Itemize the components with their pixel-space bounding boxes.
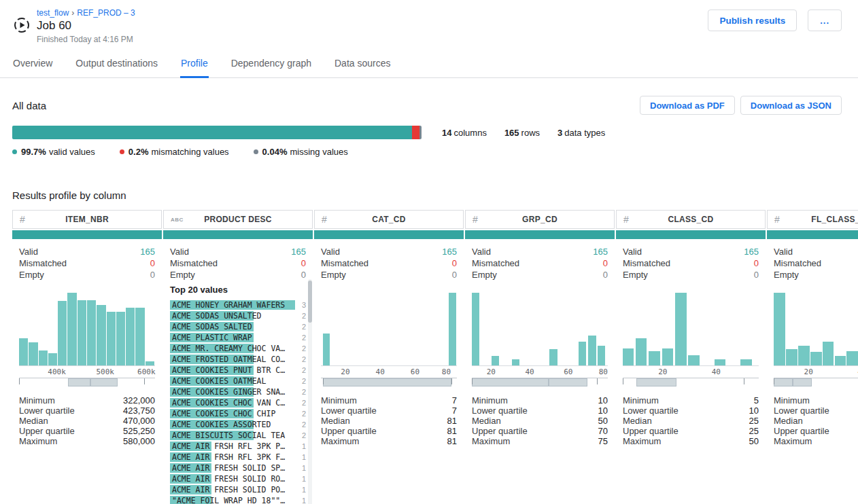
stat-label: Maximum [321,436,359,446]
histogram-bar [97,305,105,365]
tab-dependency-graph[interactable]: Dependency graph [230,54,312,78]
stat-label: Median [623,416,652,426]
valid-count-row: Valid165 [472,246,608,257]
histogram-bar [58,301,67,365]
stat-row-median: Median25 [623,416,759,426]
mismatched-count-row: Mismatched0 [623,257,759,269]
valid-ratio-bar [12,230,162,239]
brush-handle[interactable] [144,378,145,384]
scrollbar-thumb[interactable] [308,281,312,323]
valid-label: Valid [774,246,793,257]
brush-selection[interactable] [549,378,587,386]
empty-label: Empty [321,269,346,281]
brush-handle[interactable] [19,378,20,384]
brush-handle[interactable] [451,378,452,384]
stat-label: Minimum [321,395,357,406]
tab-data-sources[interactable]: Data sources [334,54,391,78]
stat-row-maximum: Maximum81 [321,436,457,446]
mismatching-values-segment [412,126,419,139]
stat-label: Median [321,416,350,426]
profile-card-class-cd: #CLASS_CDValid165Mismatched0Empty02040Mi… [616,210,766,446]
axis-tick-label: 20 [658,367,667,376]
tab-output-destinations[interactable]: Output destinations [75,54,158,78]
value-count: 2 [295,312,306,320]
stat-label: Minimum [623,395,659,406]
stat-value: 81 [447,436,457,446]
range-brush[interactable] [472,378,608,387]
value-text: ACME HONEY GRAHAM WAFERS [170,300,295,310]
brush-handle[interactable] [744,378,744,384]
histogram-bar [549,349,557,365]
stat-row-minimum: Minimum5 [623,395,759,406]
brush-selection[interactable] [90,378,117,386]
axis-tick-label: 60 [564,367,572,376]
range-brush[interactable] [321,378,457,387]
valid-label: Valid [170,246,189,257]
brush-selection[interactable] [774,378,793,386]
value-text: ACME AIR FRESH SOLID PO… [170,485,295,494]
histogram-bar [39,350,48,365]
value-text: ACME COOKIES CHOC CHIP [170,409,295,418]
counts-block: Valid165Mismatched0Empty0 [616,239,766,283]
valid-count-row: Valid165 [170,246,306,257]
profile-card-product-desc: ABCPRODUCT DESCValid165Mismatched0Empty0… [163,210,313,504]
publish-results-button[interactable]: Publish results [708,10,797,31]
stat-row-maximum: Maximum580,000 [19,436,155,446]
value-text: ACME AIR FRSH RFL 3PK F… [170,452,295,462]
brush-handle[interactable] [597,378,598,384]
brush-handle[interactable] [323,378,324,384]
more-actions-button[interactable]: ... [808,10,842,31]
brush-selection[interactable] [323,378,452,386]
brush-handle[interactable] [623,378,623,384]
breadcrumb-output-link[interactable]: REF_PROD – 3 [77,8,135,18]
histogram-bar [688,355,699,365]
valid-value: 165 [442,246,457,257]
stat-label: Maximum [623,436,661,446]
brush-selection[interactable] [472,378,549,386]
histogram-bar [67,293,76,365]
column-header: #CAT_CD [314,210,464,229]
mismatched-count-row: Mismatched0 [321,257,457,269]
range-brush[interactable] [774,378,858,387]
stat-row-upper-quartile: Upper quartile25 [623,426,759,436]
histogram-axis: 2040 [774,366,858,376]
valid-count-row: Valid165 [321,246,457,257]
stat-row-median: Median [774,416,858,426]
valid-ratio-bar [767,230,858,239]
profile-card-cat-cd: #CAT_CDValid165Mismatched0Empty020406080… [314,210,464,446]
value-count: 2 [295,377,306,385]
stat-value: 525,250 [123,426,155,436]
axis-tick-label: 500k [96,367,114,376]
value-row: ACME AIR FRESH SOLID RO…1 [170,473,306,484]
summary-value: 14 [442,128,451,138]
scrollbar-track[interactable] [308,279,312,504]
stat-row-lower-quartile: Lower quartile423,750 [19,406,155,416]
brush-handle[interactable] [472,378,473,384]
tab-overview[interactable]: Overview [12,54,53,78]
breadcrumb-flow-link[interactable]: test_flow [37,8,69,18]
histogram-bar [472,293,479,365]
histogram-bar [145,361,154,365]
range-brush[interactable] [19,378,155,387]
histogram [774,293,858,366]
column-header: #FL_CLASS_CD [767,210,858,229]
mismatched-label: Mismatched [472,257,519,269]
histogram-bar [87,300,96,365]
brush-selection[interactable] [68,378,90,386]
value-row: "ACME FOIL WRAP HD 18""…1 [170,495,306,504]
download-pdf-button[interactable]: Download as PDF [640,96,735,115]
range-brush[interactable] [623,378,759,387]
column-name: PRODUCT DESC [204,215,272,224]
download-json-button[interactable]: Download as JSON [740,96,842,115]
value-text: ACME AIR FRESH SOLID RO… [170,474,295,484]
brush-selection[interactable] [636,378,676,386]
brush-selection[interactable] [793,378,812,386]
stat-label: Lower quartile [623,406,679,416]
histogram-block: 20406080 [314,293,464,387]
stat-row-median: Median470,000 [19,416,155,426]
axis-tick-label: 40 [376,367,385,376]
tab-profile[interactable]: Profile [180,54,209,78]
empty-value: 0 [301,269,306,281]
brush-handle[interactable] [774,378,774,384]
value-text: ACME SODAS SALTED [170,322,295,331]
